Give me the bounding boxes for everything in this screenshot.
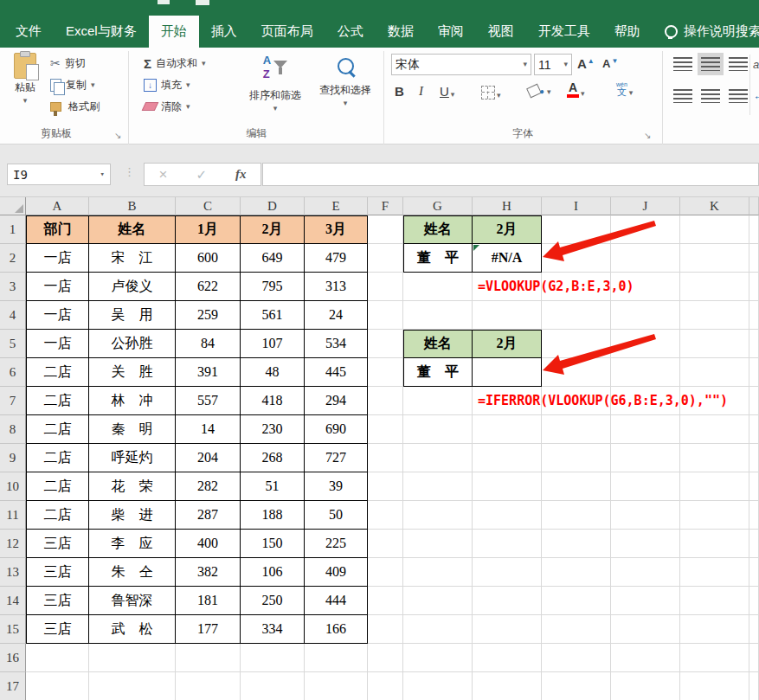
cell-J17[interactable]	[611, 672, 680, 700]
align-center-button[interactable]	[698, 85, 724, 107]
cell-A9[interactable]: 二店	[26, 444, 89, 472]
cell-C13[interactable]: 382	[176, 558, 241, 587]
cell-x2[interactable]	[749, 244, 759, 273]
tab-开始[interactable]: 开始	[149, 16, 199, 48]
orientation-icon[interactable]: ab	[753, 58, 759, 71]
cell-H6[interactable]	[473, 358, 542, 387]
cell-F16[interactable]	[368, 644, 403, 672]
cell-D10[interactable]: 51	[241, 472, 305, 501]
cell-D15[interactable]: 334	[241, 615, 305, 644]
row-header-9[interactable]: 9	[0, 444, 26, 472]
cell-C17[interactable]	[176, 672, 241, 700]
cell-x10[interactable]	[749, 472, 759, 501]
column-header-E[interactable]: E	[305, 197, 368, 215]
font-name-combo[interactable]: 宋体 ▾	[391, 54, 531, 75]
cell-B9[interactable]: 呼延灼	[89, 444, 176, 472]
cell-G14[interactable]	[403, 587, 473, 615]
cell-J8[interactable]	[611, 415, 680, 444]
paste-dropdown-icon[interactable]: ▾	[23, 97, 28, 105]
cell-E16[interactable]	[305, 644, 368, 672]
cell-x11[interactable]	[749, 501, 759, 530]
cell-H4[interactable]	[473, 301, 542, 330]
select-all-corner[interactable]	[0, 197, 26, 215]
cell-C8[interactable]: 14	[176, 415, 241, 444]
cell-x15[interactable]	[749, 615, 759, 644]
cell-H10[interactable]	[473, 472, 542, 501]
cell-A7[interactable]: 二店	[26, 387, 89, 415]
cell-B3[interactable]: 卢俊义	[89, 273, 176, 301]
cell-H2[interactable]: #N/A	[473, 244, 542, 273]
find-select-dropdown-icon[interactable]: ▾	[344, 100, 348, 107]
cell-D5[interactable]: 107	[241, 330, 305, 358]
row-header-8[interactable]: 8	[0, 415, 26, 444]
cell-E2[interactable]: 479	[305, 244, 368, 273]
cell-E15[interactable]: 166	[305, 615, 368, 644]
cell-K9[interactable]	[680, 444, 749, 472]
cell-B1[interactable]: 姓名	[89, 215, 176, 244]
cell-B7[interactable]: 林 冲	[89, 387, 176, 415]
fill-button[interactable]: ↓ 填充 ▾	[144, 75, 190, 94]
cancel-icon[interactable]: ×	[158, 166, 167, 183]
cell-K12[interactable]	[680, 530, 749, 558]
cell-A2[interactable]: 一店	[26, 244, 89, 273]
cell-C3[interactable]: 622	[176, 273, 241, 301]
cell-G16[interactable]	[403, 644, 473, 672]
tab-页面布局[interactable]: 页面布局	[249, 16, 325, 48]
top-align-button[interactable]	[670, 53, 696, 75]
cell-D3[interactable]: 795	[241, 273, 305, 301]
clipboard-dialog-launcher-icon[interactable]: ↘	[114, 131, 121, 140]
cell-E3[interactable]: 313	[305, 273, 368, 301]
column-header-A[interactable]: A	[26, 197, 89, 215]
cell-C10[interactable]: 282	[176, 472, 241, 501]
cell-K2[interactable]	[680, 244, 749, 273]
cell-G12[interactable]	[403, 530, 473, 558]
cell-J13[interactable]	[611, 558, 680, 587]
clear-dropdown-icon[interactable]: ▾	[186, 103, 190, 111]
cell-F8[interactable]	[368, 415, 403, 444]
cell-D6[interactable]: 48	[241, 358, 305, 387]
cell-x16[interactable]	[749, 644, 759, 672]
cell-I10[interactable]	[542, 472, 611, 501]
cell-H12[interactable]	[473, 530, 542, 558]
cell-E11[interactable]: 50	[305, 501, 368, 530]
bottom-align-button[interactable]	[725, 53, 751, 75]
cell-F17[interactable]	[368, 672, 403, 700]
cell-H9[interactable]	[473, 444, 542, 472]
phonetic-dropdown-icon[interactable]: ▾	[629, 89, 634, 97]
cell-K11[interactable]	[680, 501, 749, 530]
cell-D1[interactable]: 2月	[241, 215, 305, 244]
enter-icon[interactable]: ✓	[196, 167, 207, 183]
cell-B16[interactable]	[89, 644, 176, 672]
cell-J1[interactable]	[611, 215, 680, 244]
italic-button[interactable]: I	[419, 84, 423, 99]
column-header-J[interactable]: J	[611, 197, 680, 215]
borders-button[interactable]: ▾	[481, 86, 501, 100]
cell-A14[interactable]: 三店	[26, 587, 89, 615]
column-header-B[interactable]: B	[89, 197, 176, 215]
cell-G11[interactable]	[403, 501, 473, 530]
cell-I1[interactable]	[542, 215, 611, 244]
cell-K13[interactable]	[680, 558, 749, 587]
cell-G9[interactable]	[403, 444, 473, 472]
cell-J5[interactable]	[611, 330, 680, 358]
cell-I4[interactable]	[542, 301, 611, 330]
cell-F9[interactable]	[368, 444, 403, 472]
cell-I15[interactable]	[542, 615, 611, 644]
formula-bar-grip-icon[interactable]: ⋮	[124, 165, 135, 178]
cell-K1[interactable]	[680, 215, 749, 244]
cell-A13[interactable]: 三店	[26, 558, 89, 587]
cell-F12[interactable]	[368, 530, 403, 558]
cell-F3[interactable]	[368, 273, 403, 301]
cell-B15[interactable]: 武 松	[89, 615, 176, 644]
formula-input[interactable]	[262, 163, 759, 186]
grow-font-button[interactable]: A▲	[577, 56, 595, 71]
cell-D4[interactable]: 561	[241, 301, 305, 330]
format-painter-button[interactable]: 格式刷	[50, 97, 100, 116]
cell-K8[interactable]	[680, 415, 749, 444]
cell-A4[interactable]: 一店	[26, 301, 89, 330]
row-header-2[interactable]: 2	[0, 244, 26, 273]
find-select-button[interactable]: 查找和选择 ▾	[310, 51, 381, 125]
cell-J14[interactable]	[611, 587, 680, 615]
row-header-13[interactable]: 13	[0, 558, 26, 587]
decrease-indent-icon[interactable]: ←	[753, 89, 759, 102]
